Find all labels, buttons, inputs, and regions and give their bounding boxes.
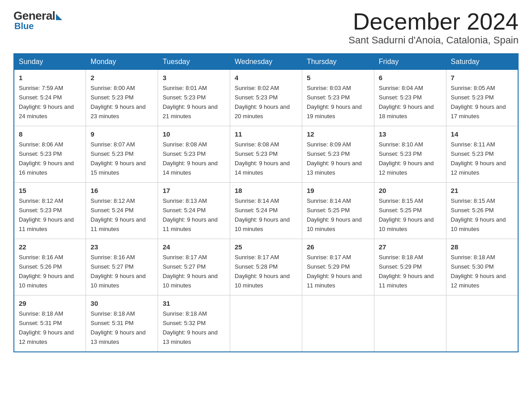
day-number: 17 [163, 185, 225, 196]
day-sunrise: Sunrise: 8:04 AM [379, 85, 423, 91]
day-daylight: Daylight: 9 hours and 17 minutes [451, 103, 506, 120]
day-sunrise: Sunrise: 8:01 AM [163, 85, 207, 91]
day-number: 15 [19, 185, 81, 196]
day-sunrise: Sunrise: 8:11 AM [451, 141, 495, 148]
logo: General Blue [13, 9, 62, 31]
day-number: 30 [90, 298, 153, 308]
day-sunrise: Sunrise: 8:17 AM [235, 254, 279, 261]
logo-blue-text: Blue [14, 21, 34, 31]
day-number: 4 [235, 73, 297, 83]
day-sunset: Sunset: 5:23 PM [90, 150, 133, 157]
location-title: Sant Sadurni d'Anoia, Catalonia, Spain [348, 34, 519, 46]
header-thursday: Thursday [302, 54, 374, 70]
day-daylight: Daylight: 9 hours and 10 minutes [90, 273, 146, 289]
calendar-cell: 30 Sunrise: 8:18 AM Sunset: 5:31 PM Dayl… [86, 295, 158, 351]
header-tuesday: Tuesday [158, 54, 230, 70]
day-number: 25 [235, 242, 297, 252]
day-sunset: Sunset: 5:23 PM [379, 150, 422, 157]
day-daylight: Daylight: 9 hours and 12 minutes [451, 273, 506, 289]
day-sunset: Sunset: 5:32 PM [163, 320, 206, 326]
day-sunrise: Sunrise: 8:12 AM [90, 197, 135, 204]
calendar-cell: 27 Sunrise: 8:18 AM Sunset: 5:29 PM Dayl… [374, 239, 446, 295]
calendar-cell: 10 Sunrise: 8:08 AM Sunset: 5:23 PM Dayl… [158, 126, 230, 183]
day-number: 9 [90, 129, 153, 139]
day-sunrise: Sunrise: 8:06 AM [19, 141, 63, 148]
day-daylight: Daylight: 9 hours and 16 minutes [19, 160, 74, 176]
day-sunset: Sunset: 5:24 PM [19, 94, 62, 101]
day-daylight: Daylight: 9 hours and 21 minutes [163, 103, 218, 120]
calendar-week-4: 22 Sunrise: 8:16 AM Sunset: 5:26 PM Dayl… [14, 239, 518, 295]
day-number: 22 [19, 242, 81, 252]
day-sunset: Sunset: 5:29 PM [307, 263, 350, 270]
day-sunrise: Sunrise: 8:05 AM [451, 85, 495, 91]
day-sunset: Sunset: 5:23 PM [163, 150, 206, 157]
calendar-cell: 31 Sunrise: 8:18 AM Sunset: 5:32 PM Dayl… [158, 295, 230, 351]
day-number: 11 [235, 129, 297, 139]
day-sunset: Sunset: 5:23 PM [235, 94, 278, 101]
calendar-cell: 3 Sunrise: 8:01 AM Sunset: 5:23 PM Dayli… [158, 70, 230, 126]
day-daylight: Daylight: 9 hours and 12 minutes [19, 329, 74, 345]
day-number: 16 [90, 185, 153, 196]
calendar-cell: 5 Sunrise: 8:03 AM Sunset: 5:23 PM Dayli… [302, 70, 374, 126]
day-daylight: Daylight: 9 hours and 11 minutes [379, 273, 434, 289]
day-sunrise: Sunrise: 8:16 AM [90, 254, 135, 261]
day-sunset: Sunset: 5:28 PM [235, 263, 278, 270]
day-sunset: Sunset: 5:27 PM [163, 263, 206, 270]
header-sunday: Sunday [14, 54, 86, 70]
day-sunset: Sunset: 5:24 PM [163, 207, 206, 214]
calendar-cell: 20 Sunrise: 8:15 AM Sunset: 5:25 PM Dayl… [374, 183, 446, 239]
day-number: 1 [19, 73, 81, 83]
day-daylight: Daylight: 9 hours and 11 minutes [90, 216, 146, 232]
day-sunrise: Sunrise: 8:17 AM [163, 254, 207, 261]
calendar-cell: 8 Sunrise: 8:06 AM Sunset: 5:23 PM Dayli… [14, 126, 86, 183]
calendar-cell: 12 Sunrise: 8:09 AM Sunset: 5:23 PM Dayl… [302, 126, 374, 183]
day-sunset: Sunset: 5:26 PM [19, 263, 62, 270]
calendar-cell: 13 Sunrise: 8:10 AM Sunset: 5:23 PM Dayl… [374, 126, 446, 183]
calendar-cell [374, 295, 446, 351]
day-sunrise: Sunrise: 8:10 AM [379, 141, 423, 148]
day-number: 31 [163, 298, 225, 308]
day-number: 6 [379, 73, 442, 83]
day-sunrise: Sunrise: 8:18 AM [451, 254, 495, 261]
calendar-cell: 18 Sunrise: 8:14 AM Sunset: 5:24 PM Dayl… [230, 183, 302, 239]
day-sunset: Sunset: 5:23 PM [451, 150, 494, 157]
calendar-table: Sunday Monday Tuesday Wednesday Thursday… [13, 53, 519, 352]
calendar-week-2: 8 Sunrise: 8:06 AM Sunset: 5:23 PM Dayli… [14, 126, 518, 183]
day-daylight: Daylight: 9 hours and 10 minutes [451, 216, 506, 232]
day-sunset: Sunset: 5:25 PM [379, 207, 422, 214]
day-number: 18 [235, 185, 297, 196]
day-sunrise: Sunrise: 8:02 AM [235, 85, 279, 91]
day-sunset: Sunset: 5:27 PM [90, 263, 133, 270]
calendar-cell: 4 Sunrise: 8:02 AM Sunset: 5:23 PM Dayli… [230, 70, 302, 126]
calendar-cell: 16 Sunrise: 8:12 AM Sunset: 5:24 PM Dayl… [86, 183, 158, 239]
day-daylight: Daylight: 9 hours and 14 minutes [163, 160, 218, 176]
day-daylight: Daylight: 9 hours and 10 minutes [379, 216, 434, 232]
calendar-cell: 9 Sunrise: 8:07 AM Sunset: 5:23 PM Dayli… [86, 126, 158, 183]
title-section: December 2024 Sant Sadurni d'Anoia, Cata… [348, 9, 519, 46]
day-sunrise: Sunrise: 8:08 AM [163, 141, 207, 148]
calendar-week-1: 1 Sunrise: 7:59 AM Sunset: 5:24 PM Dayli… [14, 70, 518, 126]
day-sunset: Sunset: 5:23 PM [19, 150, 62, 157]
calendar-cell: 29 Sunrise: 8:18 AM Sunset: 5:31 PM Dayl… [14, 295, 86, 351]
day-sunset: Sunset: 5:23 PM [163, 94, 206, 101]
day-sunrise: Sunrise: 8:03 AM [307, 85, 351, 91]
day-number: 21 [451, 185, 513, 196]
day-number: 14 [451, 129, 513, 139]
day-sunrise: Sunrise: 8:18 AM [163, 310, 207, 317]
day-sunset: Sunset: 5:24 PM [90, 207, 133, 214]
calendar-cell: 22 Sunrise: 8:16 AM Sunset: 5:26 PM Dayl… [14, 239, 86, 295]
calendar-cell [302, 295, 374, 351]
day-daylight: Daylight: 9 hours and 13 minutes [307, 160, 362, 176]
day-daylight: Daylight: 9 hours and 15 minutes [90, 160, 146, 176]
calendar-cell: 1 Sunrise: 7:59 AM Sunset: 5:24 PM Dayli… [14, 70, 86, 126]
month-title: December 2024 [348, 9, 519, 34]
day-daylight: Daylight: 9 hours and 24 minutes [19, 103, 74, 120]
day-sunset: Sunset: 5:25 PM [307, 207, 350, 214]
day-sunset: Sunset: 5:31 PM [19, 320, 62, 326]
day-sunrise: Sunrise: 8:08 AM [235, 141, 279, 148]
day-daylight: Daylight: 9 hours and 14 minutes [235, 160, 290, 176]
day-sunset: Sunset: 5:23 PM [307, 150, 350, 157]
day-sunrise: Sunrise: 8:12 AM [19, 197, 63, 204]
calendar-cell: 14 Sunrise: 8:11 AM Sunset: 5:23 PM Dayl… [446, 126, 518, 183]
calendar-cell: 11 Sunrise: 8:08 AM Sunset: 5:23 PM Dayl… [230, 126, 302, 183]
